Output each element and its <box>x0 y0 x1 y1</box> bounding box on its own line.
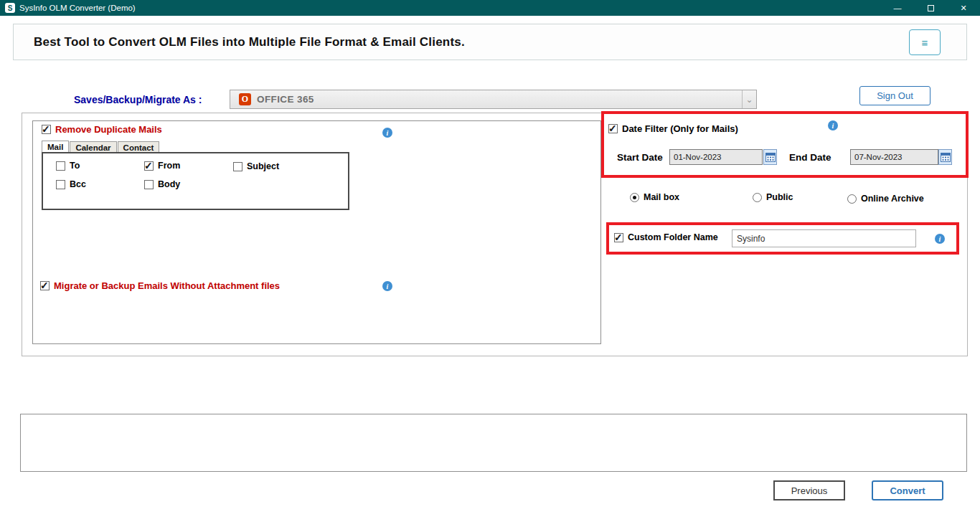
radio-online-archive[interactable]: Online Archive <box>847 194 924 204</box>
end-date-label: End Date <box>789 152 831 163</box>
titlebar: S SysInfo OLM Converter (Demo) — ✕ <box>0 0 980 16</box>
menu-button[interactable]: ≡ <box>909 29 941 55</box>
without-attachments-info-icon[interactable]: i <box>382 281 392 291</box>
hamburger-icon: ≡ <box>922 37 928 49</box>
start-date-input[interactable] <box>669 149 763 165</box>
field-to-label: To <box>70 161 80 171</box>
field-from-label: From <box>158 161 180 171</box>
checkbox-icon <box>56 180 65 189</box>
custom-folder-checkbox[interactable]: Custom Folder Name <box>614 232 718 242</box>
office-365-icon: O <box>239 93 251 105</box>
checkbox-icon <box>233 162 242 171</box>
end-date-input[interactable] <box>850 149 938 165</box>
radio-public-label: Public <box>766 192 793 202</box>
sign-out-button[interactable]: Sign Out <box>859 86 930 105</box>
close-button[interactable]: ✕ <box>947 0 980 16</box>
checkbox-icon <box>144 161 154 171</box>
export-format-value: OFFICE 365 <box>257 94 314 105</box>
checkbox-icon <box>608 124 618 133</box>
saves-backup-migrate-label: Saves/Backup/Migrate As : <box>74 94 202 105</box>
remove-duplicates-label: Remove Duplicate Mails <box>55 124 162 135</box>
custom-folder-label: Custom Folder Name <box>628 232 718 242</box>
remove-duplicates-checkbox[interactable]: Remove Duplicate Mails <box>42 124 162 135</box>
calendar-icon <box>941 152 951 162</box>
field-to-checkbox[interactable]: To <box>56 161 80 171</box>
radio-online-archive-label: Online Archive <box>861 194 924 204</box>
checkbox-icon <box>40 281 50 290</box>
calendar-icon <box>765 152 776 162</box>
checkbox-icon <box>144 180 154 189</box>
date-filter-checkbox[interactable]: Date Filter (Only for Mails) <box>608 123 738 134</box>
convert-button[interactable]: Convert <box>872 480 943 500</box>
radio-public[interactable]: Public <box>753 192 793 202</box>
field-subject-label: Subject <box>247 161 279 171</box>
date-filter-highlight <box>601 111 969 178</box>
date-filter-label: Date Filter (Only for Mails) <box>622 123 738 134</box>
radio-icon <box>630 193 639 202</box>
field-bcc-label: Bcc <box>70 179 86 189</box>
export-format-dropdown[interactable]: O OFFICE 365 ⌄ <box>230 90 757 109</box>
date-filter-info-icon[interactable]: i <box>828 120 838 130</box>
window-title: SysInfo OLM Converter (Demo) <box>19 4 136 12</box>
app-window: S SysInfo OLM Converter (Demo) — ✕ Best … <box>0 0 980 522</box>
page-title: Best Tool to Convert OLM Files into Mult… <box>34 35 465 49</box>
chevron-down-icon[interactable]: ⌄ <box>742 90 756 108</box>
without-attachments-checkbox[interactable]: Migrate or Backup Emails Without Attachm… <box>40 280 280 291</box>
checkbox-icon <box>42 125 51 134</box>
field-body-checkbox[interactable]: Body <box>144 179 180 189</box>
maximize-icon <box>928 5 934 11</box>
remove-duplicates-info-icon[interactable]: i <box>382 128 392 138</box>
checkbox-icon <box>56 161 65 171</box>
custom-folder-info-icon[interactable]: i <box>935 234 945 244</box>
minimize-button[interactable]: — <box>881 0 914 16</box>
header-banner: Best Tool to Convert OLM Files into Mult… <box>13 24 967 60</box>
start-date-calendar-icon[interactable] <box>763 149 777 165</box>
field-subject-checkbox[interactable]: Subject <box>233 161 279 171</box>
field-body-label: Body <box>158 179 180 189</box>
window-controls: — ✕ <box>881 0 980 16</box>
custom-folder-input[interactable] <box>732 229 916 247</box>
previous-button[interactable]: Previous <box>773 480 845 500</box>
end-date-calendar-icon[interactable] <box>938 149 952 165</box>
maximize-button[interactable] <box>914 0 947 16</box>
field-bcc-checkbox[interactable]: Bcc <box>56 179 86 189</box>
app-logo-icon: S <box>5 3 15 13</box>
field-from-checkbox[interactable]: From <box>144 161 180 171</box>
radio-icon <box>753 193 762 202</box>
radio-mailbox-label: Mail box <box>644 192 679 202</box>
checkbox-icon <box>614 233 623 242</box>
radio-mailbox[interactable]: Mail box <box>630 192 679 202</box>
radio-icon <box>847 194 857 204</box>
start-date-label: Start Date <box>617 152 663 163</box>
status-log-box <box>20 414 967 472</box>
dedupe-fields-box <box>42 152 349 210</box>
without-attachments-label: Migrate or Backup Emails Without Attachm… <box>54 280 280 291</box>
